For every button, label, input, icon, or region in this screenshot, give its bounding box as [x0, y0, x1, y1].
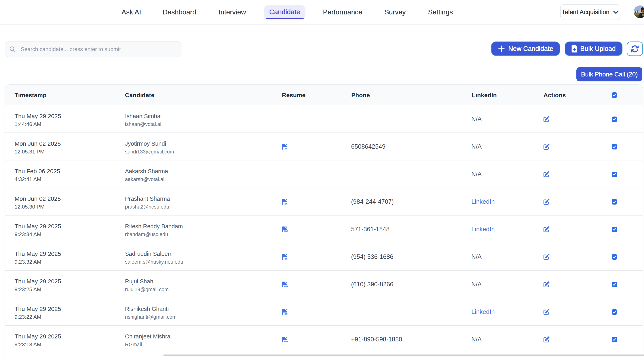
svg-text:PDF: PDF [284, 340, 288, 343]
svg-text:PDF: PDF [284, 230, 288, 232]
svg-text:PDF: PDF [284, 285, 288, 287]
svg-text:PDF: PDF [284, 147, 288, 150]
svg-text:PDF: PDF [284, 203, 288, 205]
svg-text:PDF: PDF [284, 258, 288, 260]
svg-text:PDF: PDF [284, 313, 288, 315]
